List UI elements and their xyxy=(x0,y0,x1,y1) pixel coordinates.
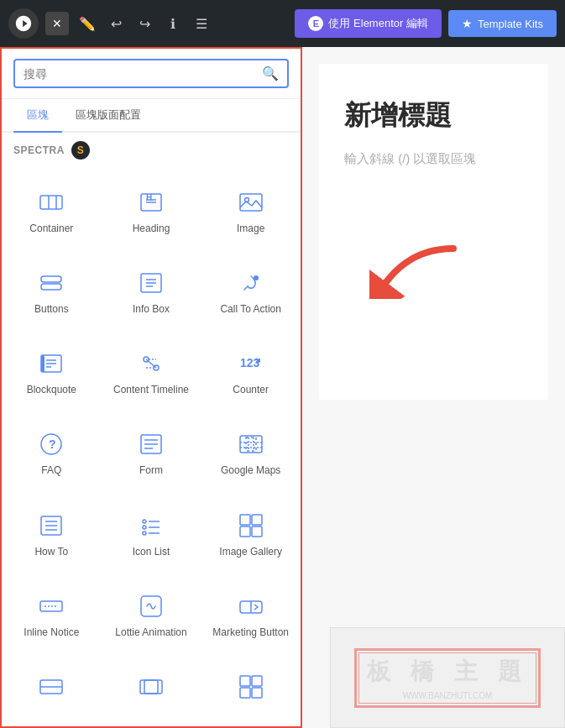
lottie-icon xyxy=(136,591,166,621)
blockquote-icon xyxy=(36,348,66,379)
block-image-gallery[interactable]: Image Gallery xyxy=(202,494,299,571)
spectra-badge: S xyxy=(71,141,90,160)
spectra-header: SPECTRA S xyxy=(2,133,301,165)
tabs-area: 區塊 區塊版面配置 xyxy=(2,99,301,133)
block-image[interactable]: Image xyxy=(202,171,299,249)
counter-icon: 123 xyxy=(236,348,266,379)
svg-rect-50 xyxy=(252,526,262,537)
maps-icon xyxy=(236,429,266,459)
block-container[interactable]: Container xyxy=(3,171,100,249)
block-how-to[interactable]: How To xyxy=(3,494,100,571)
svg-line-23 xyxy=(146,359,156,368)
heading-label: Heading xyxy=(133,223,170,236)
timeline-label: Content Timeline xyxy=(113,384,189,397)
gallery-icon xyxy=(236,511,266,541)
block-counter[interactable]: 123 Counter xyxy=(202,333,299,410)
block-lottie-animation[interactable]: Lottie Animation xyxy=(103,574,200,652)
content-area: 新增標題 輸入斜線 (/) 以選取區塊 板 橋 主 題 xyxy=(302,47,565,728)
tab-blocks[interactable]: 區塊 xyxy=(13,99,62,133)
search-input[interactable] xyxy=(24,67,255,81)
block-form[interactable]: Form xyxy=(103,413,200,490)
svg-rect-59 xyxy=(144,680,158,694)
spectra-label: SPECTRA xyxy=(13,144,65,156)
svg-point-15 xyxy=(254,275,259,280)
svg-rect-60 xyxy=(240,676,250,686)
form-icon xyxy=(136,429,166,459)
lottie-label: Lottie Animation xyxy=(115,626,186,640)
search-wrapper: 🔍 xyxy=(13,59,289,88)
svg-rect-0 xyxy=(40,196,62,209)
svg-rect-20 xyxy=(41,355,44,372)
edit-icon[interactable]: ✏️ xyxy=(76,12,99,35)
block-call-to-action[interactable]: Call To Action xyxy=(202,252,299,329)
menu-icon[interactable]: ☰ xyxy=(190,12,213,35)
watermark-text: 板 橋 主 題 xyxy=(367,656,527,688)
block-more-3[interactable] xyxy=(202,656,299,720)
close-button[interactable]: ✕ xyxy=(45,12,69,35)
blocks-grid: Container H Heading Image xyxy=(2,165,301,726)
faq-label: FAQ xyxy=(41,464,61,478)
buttons-icon xyxy=(36,268,66,298)
svg-rect-61 xyxy=(252,676,262,686)
page-title: 新增標題 xyxy=(344,97,523,134)
template-btn-label: Template Kits xyxy=(478,18,543,30)
template-kits-button[interactable]: ★ Template Kits xyxy=(448,10,557,37)
calltoaction-icon xyxy=(236,268,266,298)
block-icon-list[interactable]: Icon List xyxy=(103,494,200,571)
info-icon[interactable]: ℹ xyxy=(161,12,185,35)
maps-label: Google Maps xyxy=(221,464,280,478)
redo-icon[interactable]: ↪ xyxy=(133,12,156,35)
watermark-sub: WWW.BANZHUTI.COM xyxy=(367,691,527,700)
image-icon xyxy=(236,187,266,217)
block-marketing-button[interactable]: Marketing Button xyxy=(202,574,299,652)
calltoaction-label: Call To Action xyxy=(220,303,281,317)
heading-icon: H xyxy=(136,187,166,217)
mktbtn-icon xyxy=(236,591,266,621)
svg-point-42 xyxy=(143,526,146,529)
mktbtn-label: Marketing Button xyxy=(212,626,289,640)
svg-rect-62 xyxy=(240,688,250,698)
block-more-2[interactable] xyxy=(103,656,200,720)
sidebar: 🔍 區塊 區塊版面配置 SPECTRA S Container xyxy=(0,47,302,728)
wp-logo[interactable] xyxy=(8,8,39,39)
more2-icon xyxy=(136,672,166,702)
svg-rect-7 xyxy=(240,194,262,211)
undo-icon[interactable]: ↩ xyxy=(104,12,128,35)
block-buttons[interactable]: Buttons xyxy=(3,252,100,329)
block-info-box[interactable]: Info Box xyxy=(103,252,200,329)
notice-icon xyxy=(36,591,66,621)
block-faq[interactable]: ? FAQ xyxy=(3,413,100,490)
block-heading[interactable]: H Heading xyxy=(103,171,200,249)
svg-rect-58 xyxy=(140,680,162,694)
svg-rect-63 xyxy=(252,688,262,698)
tab-block-layout[interactable]: 區塊版面配置 xyxy=(62,99,154,133)
block-inline-notice[interactable]: Inline Notice xyxy=(3,574,100,652)
svg-rect-10 xyxy=(41,284,61,290)
block-content-timeline[interactable]: Content Timeline xyxy=(103,333,200,410)
notice-label: Inline Notice xyxy=(24,626,79,640)
toolbar-icons: ✏️ ↩ ↪ ℹ ☰ xyxy=(76,12,213,35)
timeline-icon xyxy=(136,348,166,379)
svg-rect-33 xyxy=(240,436,262,453)
iconlist-label: Icon List xyxy=(133,546,170,559)
howto-icon xyxy=(36,511,66,541)
infobox-icon xyxy=(136,268,166,298)
counter-label: Counter xyxy=(233,384,269,397)
block-more-1[interactable] xyxy=(3,656,100,720)
howto-label: How To xyxy=(34,546,68,559)
e-badge: E xyxy=(308,16,323,31)
block-google-maps[interactable]: Google Maps xyxy=(202,413,299,490)
use-elementor-button[interactable]: E 使用 Elementor 編輯 xyxy=(295,9,441,38)
svg-text:H: H xyxy=(146,193,152,202)
infobox-label: Info Box xyxy=(133,303,170,317)
container-icon xyxy=(36,187,66,217)
main-layout: 🔍 區塊 區塊版面配置 SPECTRA S Container xyxy=(0,47,565,728)
block-blockquote[interactable]: Blockquote xyxy=(3,333,100,410)
star-icon: ★ xyxy=(462,17,473,30)
iconlist-icon xyxy=(136,511,166,541)
container-label: Container xyxy=(29,223,73,236)
image-label: Image xyxy=(237,223,264,236)
more1-icon xyxy=(36,672,66,702)
search-icon: 🔍 xyxy=(262,65,279,81)
search-area: 🔍 xyxy=(2,49,301,99)
